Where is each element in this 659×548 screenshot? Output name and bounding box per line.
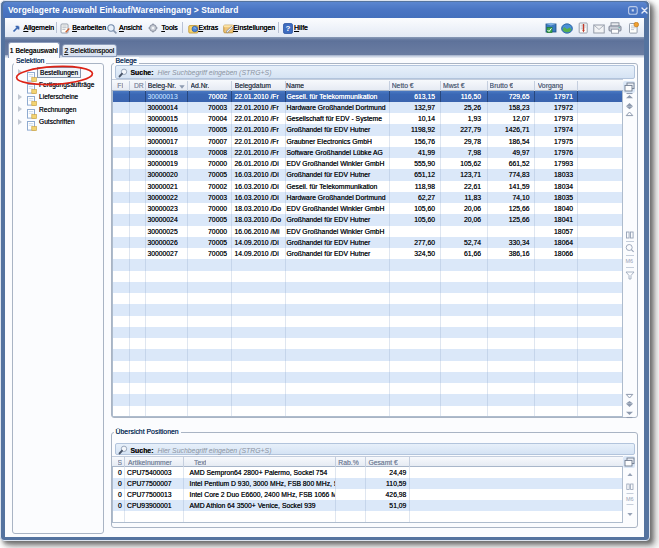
- svg-text:?: ?: [285, 24, 290, 33]
- svg-text:M6: M6: [625, 258, 633, 264]
- svg-text:M6: M6: [626, 496, 634, 502]
